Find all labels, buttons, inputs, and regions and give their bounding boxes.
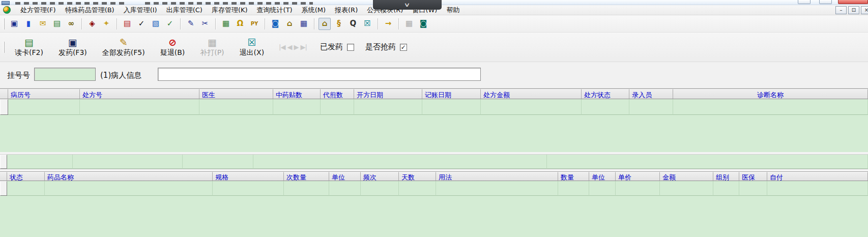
table-cell <box>673 99 868 115</box>
column-header-次数量[interactable]: 次数量 <box>284 172 329 181</box>
column-header-自付[interactable]: 自付 <box>767 172 868 181</box>
exit-app-icon[interactable]: ◙ <box>417 18 429 30</box>
column-header-单位[interactable]: 单位 <box>589 172 616 181</box>
card-reader-icon[interactable]: ▣ <box>8 18 20 30</box>
column-header-selector[interactable] <box>0 172 7 181</box>
column-header-医保[interactable]: 医保 <box>739 172 767 181</box>
column-header-处方号[interactable]: 处方号 <box>80 89 199 99</box>
mdi-minimize-button[interactable]: – <box>835 6 847 14</box>
envelope-check-icon[interactable]: ✉ <box>37 18 49 30</box>
action-button-label: 读卡(F2) <box>15 48 43 57</box>
column-header-开方日期[interactable]: 开方日期 <box>354 89 422 99</box>
column-header-医生[interactable]: 医生 <box>199 89 273 99</box>
column-header-单位[interactable]: 单位 <box>329 172 361 181</box>
column-header-selector[interactable] <box>0 89 8 99</box>
column-header-处方状态[interactable]: 处方状态 <box>582 89 629 99</box>
column-header-单价[interactable]: 单价 <box>616 172 660 181</box>
menu-item-4[interactable]: 库存管理(K) <box>207 5 252 16</box>
column-header-状态[interactable]: 状态 <box>7 172 45 181</box>
patient-info-input[interactable] <box>158 68 481 81</box>
toolbar-separator <box>378 18 378 29</box>
clipboard-add-icon[interactable]: ▧ <box>150 18 162 30</box>
column-header-频次[interactable]: 频次 <box>361 172 399 181</box>
column-header-处方金额[interactable]: 处方金额 <box>481 89 582 99</box>
column-header-天数[interactable]: 天数 <box>399 172 436 181</box>
new-item-glyph: ✦ <box>103 20 110 27</box>
key-icon[interactable]: § <box>333 18 345 30</box>
toolbar-gripper[interactable] <box>3 42 5 53</box>
column-header-病历号[interactable]: 病历号 <box>8 89 80 99</box>
bell-icon[interactable]: Ω <box>234 18 246 30</box>
mdi-restore-button[interactable]: ⊡ <box>848 6 859 14</box>
red-seal-icon[interactable]: ◈ <box>86 18 98 30</box>
column-header-诊断名称[interactable]: 诊断名称 <box>673 89 868 99</box>
card-reader-button[interactable]: ▤读卡(F2) <box>10 35 48 60</box>
folder-export-icon[interactable]: → <box>382 18 394 30</box>
pinyin-badge-icon[interactable]: PY <box>248 18 261 30</box>
exit-button[interactable]: ☒退出(X) <box>235 35 269 60</box>
column-header-数量[interactable]: 数量 <box>558 172 589 181</box>
menu-item-1[interactable]: 特殊药品管理(B) <box>61 5 119 16</box>
window-minimize-button[interactable] <box>798 0 811 4</box>
calendar-edit-glyph: ✎ <box>188 20 194 27</box>
calendar-edit-icon[interactable]: ✎ <box>185 18 197 30</box>
nav-arrow-1-icon: ◀ <box>287 43 292 51</box>
table-cell <box>213 181 284 196</box>
calendar-cancel-icon[interactable]: ✂ <box>199 18 211 30</box>
window-maximize-button[interactable] <box>819 0 832 4</box>
page-check-icon[interactable]: ✓ <box>164 18 176 30</box>
calculator-icon[interactable]: ▦ <box>220 18 232 30</box>
menu-item-6[interactable]: 系统(M) <box>297 5 330 16</box>
binoculars-icon[interactable]: ∞ <box>65 18 77 30</box>
magnifier-icon[interactable]: Q <box>347 18 359 30</box>
clipboard-red-arrow-icon[interactable]: ▤ <box>121 18 133 30</box>
column-header-录入员[interactable]: 录入员 <box>629 89 673 99</box>
window-close-button[interactable] <box>838 0 868 4</box>
drug-table: 状态药品名称规格次数量单位频次天数用法数量单位单价金额组别医保自付 <box>0 171 868 237</box>
menu-item-7[interactable]: 报表(R) <box>330 5 362 16</box>
mdi-close-button[interactable]: × <box>861 6 868 14</box>
table-row[interactable] <box>0 181 868 196</box>
table-cell <box>45 181 213 196</box>
menu-item-0[interactable]: 处方管理(F) <box>16 5 61 16</box>
medicine-bottle-icon[interactable]: ▮ <box>22 18 35 30</box>
table-cell <box>558 181 589 196</box>
binoculars-glyph: ∞ <box>68 20 75 27</box>
new-item-icon[interactable]: ✦ <box>100 18 112 30</box>
checkbox-1[interactable]: ✓ <box>400 44 407 51</box>
table-row[interactable] <box>0 99 868 115</box>
menu-item-10[interactable]: 帮助 <box>442 5 464 16</box>
action-button-label: 疑退(B) <box>160 48 185 57</box>
medicine-bag-icon[interactable]: ◙ <box>269 18 281 30</box>
menu-item-2[interactable]: 入库管理(I) <box>119 5 162 16</box>
column-header-记账日期[interactable]: 记账日期 <box>422 89 481 99</box>
action-button-label: 补打(P) <box>200 48 224 57</box>
checkbox-0[interactable] <box>347 44 354 51</box>
column-header-代煎数[interactable]: 代煎数 <box>321 89 354 99</box>
card-reader-glyph: ▣ <box>11 20 18 27</box>
table-cell <box>422 99 481 115</box>
column-header-中药贴数[interactable]: 中药贴数 <box>273 89 321 99</box>
column-header-组别[interactable]: 组别 <box>713 172 739 181</box>
dispense-all-button[interactable]: ✎全部发药(F5) <box>98 35 150 60</box>
check-task-icon[interactable]: ✓ <box>135 18 148 30</box>
folder-search-icon[interactable]: ⌂ <box>283 18 296 30</box>
printer-disabled-icon[interactable]: ▦ <box>403 18 415 30</box>
column-header-药品名称[interactable]: 药品名称 <box>45 172 213 181</box>
clipboard-forward-icon[interactable]: ▤ <box>51 18 63 30</box>
column-header-规格[interactable]: 规格 <box>213 172 284 181</box>
folder-open-icon[interactable]: ⌂ <box>319 18 331 30</box>
overlay-collapse-bar[interactable]: ∨ <box>373 0 442 10</box>
column-header-用法[interactable]: 用法 <box>436 172 558 181</box>
dispense-van-button[interactable]: ▣发药(F3) <box>54 35 92 60</box>
drug-table-empty-area <box>0 196 868 237</box>
table-cell <box>739 181 767 196</box>
column-header-金额[interactable]: 金额 <box>660 172 713 181</box>
calendar-search-icon[interactable]: ▦ <box>298 18 310 30</box>
registration-number-input[interactable] <box>34 68 96 81</box>
refuse-return-button[interactable]: ⊘疑退(B) <box>156 35 190 60</box>
menu-item-3[interactable]: 出库管理(C) <box>162 5 207 16</box>
exit-box-icon[interactable]: ☒ <box>361 18 373 30</box>
toolbar-gripper[interactable] <box>3 18 5 29</box>
menu-item-5[interactable]: 查询统计(T) <box>252 5 297 16</box>
